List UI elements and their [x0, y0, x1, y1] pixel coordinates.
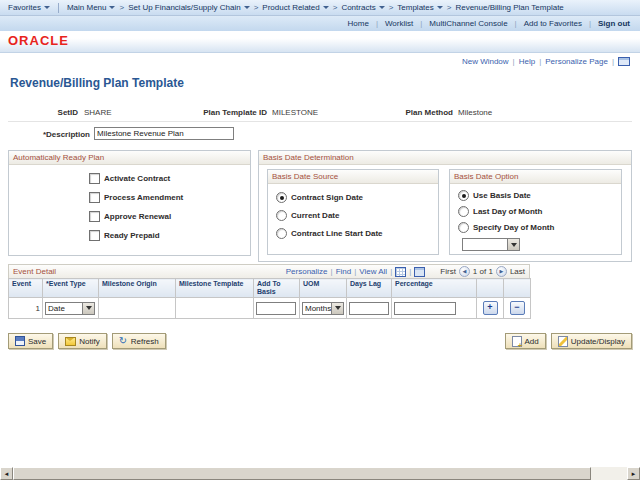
last-day-of-month-radio[interactable]	[458, 206, 469, 217]
scrollbar-thumb[interactable]	[13, 467, 591, 480]
radio-label: Contract Line Start Date	[291, 229, 383, 238]
scroll-right-button[interactable]	[627, 467, 640, 480]
percentage-input[interactable]	[394, 302, 456, 315]
utility-nav: Home | Worklist | MultiChannel Console |…	[0, 16, 640, 31]
ready-prepaid-checkbox[interactable]	[89, 230, 100, 241]
day-of-month-select[interactable]	[462, 238, 520, 251]
breadcrumb-item-templates[interactable]: Templates	[397, 3, 442, 12]
delete-row-button[interactable]: −	[510, 301, 525, 315]
pager-last-label: Last	[510, 267, 525, 276]
uom-select[interactable]: Months	[302, 302, 344, 315]
breadcrumb-label: Revenue/Billing Plan Template	[455, 3, 563, 12]
current-date-row: Current Date	[276, 210, 438, 221]
main-menu[interactable]: Main Menu	[67, 3, 116, 12]
day-of-month-value	[463, 239, 507, 250]
main-menu-label: Main Menu	[67, 3, 107, 12]
checkbox-label: Approve Renewal	[104, 212, 171, 221]
specify-day-of-month-radio[interactable]	[458, 222, 469, 233]
event-detail-table: Event *Event Type Milestone Origin Miles…	[8, 278, 531, 319]
download-icon[interactable]	[395, 267, 406, 277]
scrollbar-track[interactable]	[591, 467, 627, 480]
personalize-link[interactable]: Personalize	[286, 267, 328, 276]
favorites-menu[interactable]: Favorites	[8, 3, 50, 12]
col-add-row	[477, 279, 504, 298]
save-label: Save	[28, 337, 46, 346]
days-lag-input[interactable]	[349, 302, 389, 315]
breadcrumb-item-product-related[interactable]: Product Related	[262, 3, 328, 12]
divider: |	[420, 19, 422, 28]
col-delete-row	[504, 279, 531, 298]
pager-position: 1 of 1	[473, 267, 493, 276]
contract-line-start-date-radio[interactable]	[276, 228, 287, 239]
zoom-grid-icon[interactable]	[414, 267, 425, 277]
previous-row-icon[interactable]: ◀	[459, 266, 470, 277]
chevron-down-icon	[109, 6, 115, 9]
next-row-icon[interactable]: ▶	[496, 266, 507, 277]
multichannel-console-link[interactable]: MultiChannel Console	[429, 19, 507, 28]
notify-button[interactable]: Notify	[58, 333, 106, 349]
approve-renewal-row: Approve Renewal	[89, 211, 250, 222]
dropdown-arrow-icon[interactable]	[331, 303, 343, 314]
col-milestone-origin: Milestone Origin	[99, 279, 176, 298]
notify-envelope-icon	[65, 337, 76, 346]
contract-sign-date-radio[interactable]	[276, 192, 287, 203]
basis-date-source-groupbox: Basis Date Source Contract Sign Date Cur…	[267, 169, 439, 255]
use-basis-date-radio[interactable]	[458, 190, 469, 201]
breadcrumb-item-setup-financials[interactable]: Set Up Financials/Supply Chain	[128, 3, 250, 12]
process-amendment-checkbox[interactable]	[89, 192, 100, 203]
divider: |	[376, 19, 378, 28]
refresh-button[interactable]: Refresh	[112, 333, 166, 349]
setid-label: SetID	[0, 108, 78, 117]
add-to-basis-input[interactable]	[256, 302, 296, 315]
refresh-label: Refresh	[131, 337, 159, 346]
save-icon	[15, 336, 25, 346]
sign-out-link[interactable]: Sign out	[598, 19, 630, 28]
chevron-down-icon	[44, 6, 50, 9]
divider: |	[612, 57, 614, 66]
breadcrumb: Favorites Main Menu > Set Up Financials/…	[0, 0, 640, 16]
basis-date-determination-title: Basis Date Determination	[259, 151, 631, 165]
current-date-radio[interactable]	[276, 210, 287, 221]
add-to-favorites-link[interactable]: Add to Favorites	[524, 19, 582, 28]
save-button[interactable]: Save	[8, 333, 53, 349]
col-percentage: Percentage	[392, 279, 477, 298]
view-all-link[interactable]: View All	[359, 267, 387, 276]
worklist-link[interactable]: Worklist	[385, 19, 413, 28]
checkbox-label: Activate Contract	[104, 174, 170, 183]
personalize-page-link[interactable]: Personalize Page	[545, 57, 608, 66]
approve-renewal-checkbox[interactable]	[89, 211, 100, 222]
page-title: Revenue/Billing Plan Template	[10, 76, 184, 90]
dropdown-arrow-icon[interactable]	[82, 303, 94, 314]
activate-contract-row: Activate Contract	[89, 173, 250, 184]
update-display-button[interactable]: Update/Display	[551, 333, 632, 349]
uom-cell: Months	[300, 298, 347, 319]
add-button[interactable]: Add	[505, 333, 546, 349]
copy-url-icon[interactable]	[618, 57, 630, 66]
help-link[interactable]: Help	[519, 57, 535, 66]
col-event: Event	[9, 279, 43, 298]
process-amendment-row: Process Amendment	[89, 192, 250, 203]
divider: |	[515, 19, 517, 28]
breadcrumb-item-contracts[interactable]: Contracts	[341, 3, 384, 12]
activate-contract-checkbox[interactable]	[89, 173, 100, 184]
col-add-to-basis: Add To Basis	[254, 279, 300, 298]
add-row-button[interactable]: +	[483, 301, 498, 315]
event-detail-title: Event Detail	[13, 267, 56, 276]
use-basis-date-row: Use Basis Date	[458, 190, 621, 201]
col-uom: UOM	[300, 279, 347, 298]
grid-pager: First ◀ 1 of 1 ▶ Last	[440, 266, 525, 277]
milestone-origin-cell	[99, 298, 176, 319]
find-link[interactable]: Find	[336, 267, 352, 276]
home-link[interactable]: Home	[348, 19, 369, 28]
section-divider	[8, 121, 632, 122]
radio-label: Use Basis Date	[473, 191, 531, 200]
plan-template-id-label: Plan Template ID	[180, 108, 267, 117]
dropdown-arrow-icon[interactable]	[507, 239, 519, 250]
description-input[interactable]	[94, 127, 234, 140]
ready-prepaid-row: Ready Prepaid	[89, 230, 250, 241]
basis-date-option-title: Basis Date Option	[450, 170, 621, 184]
event-type-select[interactable]: Date	[45, 302, 95, 315]
scroll-left-button[interactable]	[0, 467, 13, 480]
new-window-link[interactable]: New Window	[462, 57, 509, 66]
chevron-down-icon	[244, 6, 250, 9]
